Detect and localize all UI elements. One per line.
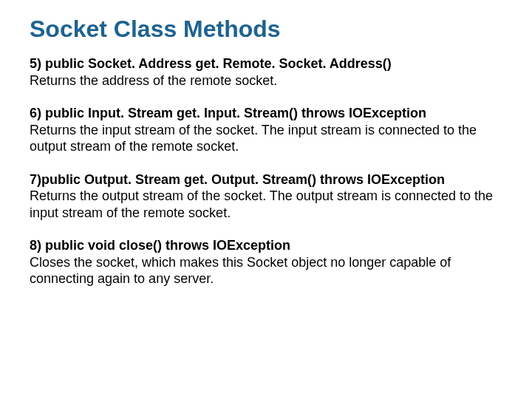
method-description: Closes the socket, which makes this Sock… bbox=[30, 254, 502, 287]
slide-container: Socket Class Methods 5) public Socket. A… bbox=[0, 0, 532, 399]
method-description: Returns the output stream of the socket.… bbox=[30, 188, 502, 221]
method-signature: 5) public Socket. Address get. Remote. S… bbox=[30, 55, 502, 72]
method-block: 6) public Input. Stream get. Input. Stre… bbox=[30, 105, 502, 155]
method-signature: 8) public void close() throws IOExceptio… bbox=[30, 237, 502, 254]
method-description: Returns the input stream of the socket. … bbox=[30, 122, 502, 155]
method-signature: 7)public Output. Stream get. Output. Str… bbox=[30, 171, 502, 188]
method-signature: 6) public Input. Stream get. Input. Stre… bbox=[30, 105, 502, 122]
method-description: Returns the address of the remote socket… bbox=[30, 72, 502, 89]
page-title: Socket Class Methods bbox=[30, 16, 502, 42]
method-block: 7)public Output. Stream get. Output. Str… bbox=[30, 171, 502, 222]
method-block: 8) public void close() throws IOExceptio… bbox=[30, 237, 502, 287]
method-block: 5) public Socket. Address get. Remote. S… bbox=[30, 55, 502, 89]
